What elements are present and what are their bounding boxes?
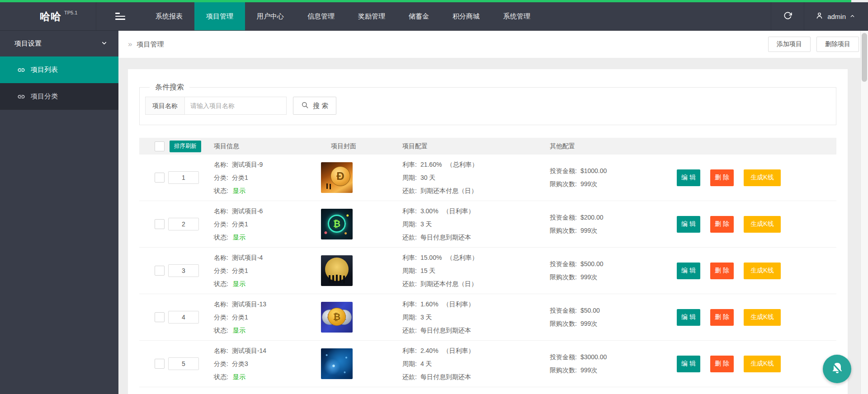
period-value: 3 天: [420, 314, 432, 321]
project-config-cell: 利率:3.00%（日利率） 周期:3 天 还款:每日付息到期还本: [401, 205, 548, 244]
search-button-label: 搜 索: [313, 102, 328, 110]
search-button[interactable]: 搜 索: [293, 97, 336, 115]
sidebar-item[interactable]: 项目列表: [0, 56, 118, 83]
other-config-cell: 投资金额:$200.00 限购次数:999次: [548, 211, 673, 237]
category-label: 分类:: [214, 314, 228, 321]
row-actions-cell: 编 辑 删 除 生成K线: [673, 169, 836, 186]
generate-kline-button[interactable]: 生成K线: [744, 216, 781, 233]
notification-toggle-button[interactable]: [823, 355, 851, 383]
sort-order-input[interactable]: [168, 171, 199, 184]
period-label: 周期:: [402, 220, 417, 228]
name-label: 名称:: [214, 254, 228, 261]
column-header-info: 项目信息: [208, 142, 317, 150]
nav-item[interactable]: 储蓄金: [397, 2, 441, 30]
repay-value: 每日付息到期还本: [420, 234, 471, 241]
cover-coin-icon: [328, 215, 346, 233]
page-layout: 项目设置 项目列表项目分类 » 项目管理 添加项目 删除项目 条件搜索 项目名称: [0, 31, 868, 394]
sort-refresh-button[interactable]: 排序刷新: [170, 141, 201, 152]
delete-button[interactable]: 删 除: [710, 356, 734, 372]
period-label: 周期:: [402, 267, 417, 274]
generate-kline-button[interactable]: 生成K线: [744, 263, 781, 279]
sort-order-input[interactable]: [168, 357, 199, 370]
cover-coin-icon: [328, 308, 346, 326]
row-checkbox[interactable]: [155, 266, 165, 276]
nav-item[interactable]: 系统管理: [491, 2, 542, 30]
row-checkbox[interactable]: [155, 359, 165, 369]
invest-amount: $3000.00: [580, 353, 607, 361]
main-content: » 项目管理 添加项目 删除项目 条件搜索 项目名称: [118, 31, 868, 394]
top-accent-bar: [0, 0, 851, 2]
status-label: 状态:: [214, 187, 228, 194]
repay-label: 还款:: [402, 373, 417, 380]
project-info-cell: 名称:测试项目-13 分类:分类1 状态:显示: [208, 298, 317, 337]
row-checkbox[interactable]: [155, 219, 165, 229]
status-label: 状态:: [214, 234, 228, 241]
edit-button[interactable]: 编 辑: [677, 169, 700, 186]
generate-kline-button[interactable]: 生成K线: [744, 309, 781, 326]
row-actions-cell: 编 辑 删 除 生成K线: [673, 263, 836, 279]
top-navbar: 哈哈 TP5.1 系统报表项目管理用户中心信息管理奖励管理储蓄金积分商城系统管理…: [0, 2, 868, 31]
project-name: 测试项目-9: [232, 161, 263, 168]
edit-button[interactable]: 编 辑: [677, 263, 700, 279]
delete-button[interactable]: 删 除: [710, 169, 734, 186]
row-actions-cell: 编 辑 删 除 生成K线: [673, 309, 836, 326]
row-checkbox[interactable]: [155, 173, 165, 183]
generate-kline-button[interactable]: 生成K线: [744, 356, 781, 372]
delete-button[interactable]: 删 除: [710, 309, 734, 326]
edit-button[interactable]: 编 辑: [677, 356, 700, 372]
rate-type: （总利率）: [446, 254, 478, 261]
edit-button[interactable]: 编 辑: [677, 309, 700, 326]
delete-button[interactable]: 删 除: [710, 263, 734, 279]
project-cover-cell: [317, 255, 401, 286]
sort-order-input[interactable]: [168, 218, 199, 230]
repay-value: 到期还本付息（日）: [420, 280, 477, 287]
project-name-label: 项目名称: [145, 97, 185, 115]
project-cover-image: [321, 162, 353, 193]
app-logo[interactable]: 哈哈 TP5.1: [0, 2, 96, 30]
user-menu[interactable]: admin: [804, 2, 868, 30]
repay-label: 还款:: [402, 234, 417, 241]
nav-item[interactable]: 奖励管理: [346, 2, 397, 30]
search-fieldset: 条件搜索 项目名称 搜 索: [139, 83, 836, 125]
sort-order-input[interactable]: [168, 311, 199, 324]
project-cover-cell: [317, 302, 401, 333]
purchase-limit: 999次: [580, 180, 597, 188]
generate-kline-button[interactable]: 生成K线: [744, 169, 781, 186]
delete-button[interactable]: 删 除: [710, 216, 734, 233]
select-all-checkbox[interactable]: [155, 141, 165, 151]
row-checkbox[interactable]: [155, 312, 165, 322]
chevron-down-icon: [101, 40, 108, 48]
refresh-button[interactable]: [771, 2, 804, 30]
rate-type: （日利率）: [443, 347, 475, 354]
edit-button[interactable]: 编 辑: [677, 216, 700, 233]
delete-project-button[interactable]: 删除项目: [816, 37, 859, 52]
project-name-input[interactable]: [184, 97, 287, 115]
content-header: » 项目管理 添加项目 删除项目: [118, 31, 868, 58]
project-category: 分类1: [232, 267, 248, 274]
sort-order-input[interactable]: [168, 264, 199, 277]
project-name: 测试项目-6: [232, 207, 263, 215]
period-value: 4 天: [420, 360, 432, 367]
nav-item[interactable]: 积分商城: [441, 2, 491, 30]
nav-item[interactable]: 项目管理: [194, 2, 245, 30]
sidebar-submenu: 项目列表项目分类: [0, 56, 118, 110]
search-form: 项目名称 搜 索: [140, 92, 836, 125]
project-name: 测试项目-13: [232, 300, 266, 308]
scrollbar-thumb[interactable]: [862, 33, 867, 82]
project-info-cell: 名称:测试项目-4 分类:分类1 状态:显示: [208, 251, 317, 291]
nav-item[interactable]: 用户中心: [245, 2, 296, 30]
main-nav: 系统报表项目管理用户中心信息管理奖励管理储蓄金积分商城系统管理: [144, 2, 542, 30]
vertical-scrollbar[interactable]: [860, 31, 868, 394]
add-project-button[interactable]: 添加项目: [768, 37, 811, 52]
sidebar-group-project-settings[interactable]: 项目设置: [0, 31, 118, 56]
nav-item[interactable]: 信息管理: [296, 2, 346, 30]
sidebar-collapse-icon[interactable]: [107, 2, 134, 30]
purchase-limit: 999次: [580, 366, 597, 374]
project-table-body: 名称:测试项目-9 分类:分类1 状态:显示 利率:21.60%（总利率） 周期…: [139, 155, 836, 387]
repay-value: 每日付息到期还本: [420, 327, 471, 334]
status-badge: 显示: [233, 187, 245, 194]
user-icon: [815, 11, 824, 21]
sidebar-item[interactable]: 项目分类: [0, 83, 118, 110]
invest-amount: $50.00: [580, 307, 600, 314]
nav-item[interactable]: 系统报表: [144, 2, 194, 30]
